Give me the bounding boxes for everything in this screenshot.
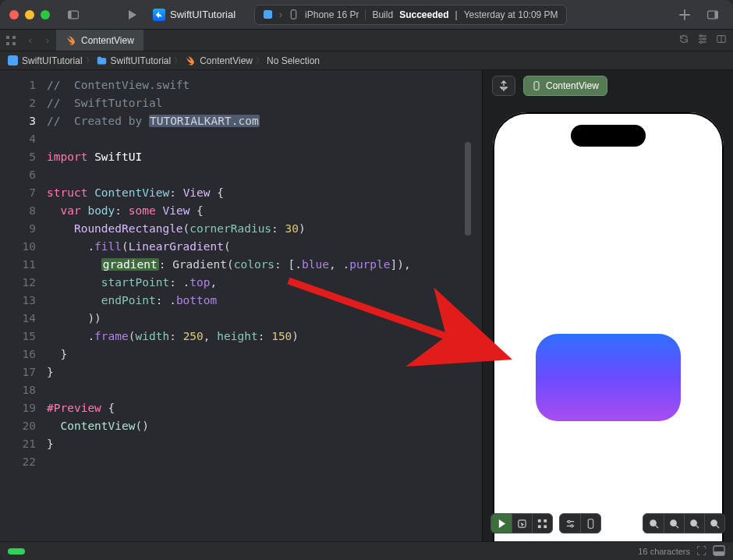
svg-rect-7 xyxy=(12,36,16,39)
device-stage[interactable] xyxy=(483,101,733,541)
reload-icon[interactable] xyxy=(678,34,689,47)
crumb-selection-label: No Selection xyxy=(267,55,320,66)
svg-point-13 xyxy=(700,35,703,37)
crumb-selection[interactable]: No Selection xyxy=(267,55,320,66)
editor-scrollbar[interactable] xyxy=(465,142,471,236)
rendered-rounded-rectangle xyxy=(536,334,681,421)
code-area[interactable]: // ContentView.swift// SwiftTutorial// C… xyxy=(45,70,411,541)
run-button[interactable] xyxy=(122,5,143,24)
zoom-window-button[interactable] xyxy=(41,10,50,19)
crumb-file[interactable]: ContentView xyxy=(185,55,253,66)
target-app-icon xyxy=(263,9,273,19)
window-traffic-lights xyxy=(9,10,50,19)
selectable-preview-button[interactable] xyxy=(512,514,532,533)
svg-rect-23 xyxy=(538,525,541,528)
project-name: SwiftUITutorial xyxy=(170,9,235,20)
svg-rect-9 xyxy=(12,42,16,45)
crumb-file-label: ContentView xyxy=(200,55,253,66)
device-frame xyxy=(493,112,724,541)
svg-rect-6 xyxy=(6,36,9,39)
project-icon-small xyxy=(8,55,18,66)
svg-line-34 xyxy=(675,525,678,528)
crumb-project-label: SwiftUITutorial xyxy=(22,55,83,66)
preview-target-label: ContentView xyxy=(546,80,599,91)
selection-char-count: 16 characters xyxy=(638,547,690,556)
pin-preview-button[interactable] xyxy=(492,76,515,96)
svg-point-27 xyxy=(568,520,570,523)
jump-bar[interactable]: SwiftUITutorial 〉 SwiftUITutorial 〉 Cont… xyxy=(0,51,733,70)
status-bar: 16 characters ⛶ xyxy=(0,541,733,560)
build-time: Yesterday at 10:09 PM xyxy=(464,9,558,20)
add-button[interactable] xyxy=(674,5,696,24)
crumb-folder[interactable]: SwiftUITutorial xyxy=(97,55,172,66)
crumb-project[interactable]: SwiftUITutorial xyxy=(8,55,83,66)
swift-file-icon xyxy=(66,35,76,46)
zoom-fit-button[interactable] xyxy=(684,514,704,533)
svg-rect-3 xyxy=(291,10,296,19)
canvas-preview: ContentView xyxy=(482,70,733,541)
device-name: iPhone 16 Pr xyxy=(305,9,359,20)
svg-rect-8 xyxy=(6,42,9,45)
svg-point-36 xyxy=(691,519,696,525)
related-items-button[interactable] xyxy=(0,30,22,51)
orientation-button[interactable] xyxy=(580,514,600,533)
svg-line-39 xyxy=(716,525,719,528)
svg-rect-43 xyxy=(714,551,724,555)
bottom-panel-icon[interactable] xyxy=(713,545,725,558)
svg-text:1: 1 xyxy=(672,521,675,525)
svg-point-15 xyxy=(700,41,703,44)
line-gutter: 12345678910111213141516171819202122 xyxy=(0,70,45,541)
back-button[interactable]: ‹ xyxy=(22,30,39,51)
history-nav: ‹ › xyxy=(22,30,56,51)
project-icon xyxy=(153,9,165,21)
svg-rect-24 xyxy=(544,525,547,528)
svg-rect-5 xyxy=(714,11,717,19)
zoom-out-button[interactable] xyxy=(643,514,664,533)
close-window-button[interactable] xyxy=(9,10,19,19)
crumb-folder-label: SwiftUITutorial xyxy=(111,55,172,66)
main-split: 12345678910111213141516171819202122 // C… xyxy=(0,70,733,541)
device-settings-group xyxy=(559,513,601,533)
svg-rect-19 xyxy=(534,82,539,90)
zoom-actual-button[interactable]: 1 xyxy=(664,514,684,533)
variants-preview-button[interactable] xyxy=(532,514,552,533)
adjust-editor-icon[interactable] xyxy=(697,34,708,47)
svg-rect-2 xyxy=(264,10,272,19)
swift-file-icon xyxy=(185,55,196,66)
preview-mode-group xyxy=(490,513,553,533)
svg-point-14 xyxy=(703,38,706,41)
device-settings-button[interactable] xyxy=(560,514,580,533)
toggle-navigator-button[interactable] xyxy=(62,5,84,24)
activity-status[interactable]: › iPhone 16 Pr Build Succeeded | Yesterd… xyxy=(254,5,567,25)
device-icon xyxy=(289,9,299,19)
svg-rect-1 xyxy=(69,11,72,19)
zoom-group: 1 xyxy=(643,513,725,533)
svg-line-37 xyxy=(696,525,699,528)
svg-point-28 xyxy=(570,524,572,526)
zoom-in-button[interactable] xyxy=(704,514,724,533)
editor-tab-bar: ‹ › ContentView xyxy=(0,30,733,51)
dynamic-island xyxy=(571,125,646,147)
forward-button[interactable]: › xyxy=(39,30,56,51)
build-label: Build xyxy=(372,9,393,20)
tab-label: ContentView xyxy=(81,35,134,46)
build-status: Succeeded xyxy=(399,9,448,20)
line-endings-icon[interactable]: ⛶ xyxy=(696,545,706,557)
source-editor[interactable]: 12345678910111213141516171819202122 // C… xyxy=(0,70,482,541)
svg-rect-22 xyxy=(544,519,547,522)
svg-rect-29 xyxy=(588,519,593,527)
preview-target-chip[interactable]: ContentView xyxy=(523,76,607,96)
titlebar: SwiftUITutorial › iPhone 16 Pr Build Suc… xyxy=(0,0,733,30)
svg-rect-21 xyxy=(538,519,541,522)
preview-toolbar: ContentView xyxy=(483,70,733,101)
folder-icon xyxy=(97,55,107,66)
toggle-inspector-button[interactable] xyxy=(702,5,724,24)
preview-bottom-bar: 1 xyxy=(483,513,733,533)
svg-rect-18 xyxy=(8,55,18,66)
tab-contentview[interactable]: ContentView xyxy=(56,30,144,51)
live-preview-button[interactable] xyxy=(491,514,512,533)
minimize-window-button[interactable] xyxy=(25,10,34,19)
scheme-project[interactable]: SwiftUITutorial xyxy=(153,9,235,21)
editor-layout-icon[interactable] xyxy=(716,34,727,47)
device-icon xyxy=(532,81,541,90)
